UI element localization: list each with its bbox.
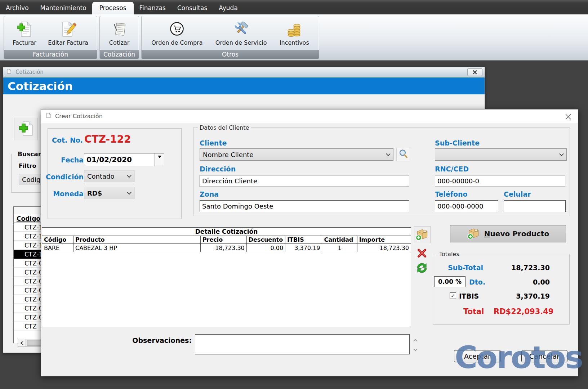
refresh-icon	[416, 262, 428, 275]
moneda-combobox[interactable]: RD$	[84, 187, 134, 199]
new-invoice-icon	[16, 21, 33, 39]
window-title: Cotización	[15, 69, 44, 75]
observaciones-textarea[interactable]	[195, 334, 410, 354]
chevron-down-icon	[559, 152, 564, 156]
dialog-close-button[interactable]	[564, 112, 573, 121]
incentivos-button[interactable]: Incentivos	[277, 20, 312, 47]
scroll-left-icon[interactable]	[18, 339, 26, 346]
menu-consultas[interactable]: Consultas	[172, 2, 213, 14]
zona-label: Zona	[200, 190, 219, 198]
table-row[interactable]: BARE CABEZAL 3 HP 18,723.30 0.00 3,370.1…	[42, 244, 411, 252]
dto-label: Dto.	[469, 278, 485, 286]
desktop: Archivo Mantenimiento Procesos Finanzas …	[0, 0, 588, 389]
col-header: Descuento	[247, 236, 285, 243]
new-quote-button[interactable]	[14, 118, 38, 140]
fecha-input[interactable]: 01/02/2020	[84, 153, 164, 166]
quote-pad-icon	[111, 21, 128, 39]
search-icon	[398, 149, 408, 160]
orden-de-servicio-button[interactable]: Orden de Servicio	[213, 20, 270, 47]
scroll-down-icon[interactable]	[413, 348, 418, 352]
col-header: Cantidad	[322, 236, 357, 243]
chevron-down-icon	[386, 152, 391, 156]
package-plus-icon	[415, 227, 429, 243]
cotizar-button[interactable]: Cotizar	[106, 20, 132, 47]
condicion-label: Condición	[45, 173, 84, 181]
orden-de-compra-button[interactable]: Orden de Compra	[148, 20, 205, 47]
cotizacion-window-titlebar[interactable]: Cotización	[3, 67, 485, 77]
dialog-titlebar[interactable]: Crear Cotización	[41, 109, 578, 123]
fecha-value: 01/02/2020	[86, 155, 132, 164]
moneda-value: RD$	[87, 189, 102, 197]
menu-archivo[interactable]: Archivo	[0, 2, 35, 14]
datos-cliente-label: Datos del Cliente	[198, 124, 251, 131]
menu-procesos[interactable]: Procesos	[92, 2, 134, 14]
detalle-table-header-row: Código Producto Precio Descuento ITBIS C…	[42, 236, 411, 244]
itbis-label: ITBIS	[459, 292, 479, 300]
itbis-checkbox[interactable]: ✓	[450, 292, 456, 299]
fecha-label: Fecha	[52, 156, 84, 164]
subtotal-value: 18,723.30	[506, 264, 550, 272]
rnc-label: RNC/CED	[435, 165, 469, 173]
window-close-button[interactable]	[467, 68, 482, 76]
caret-down-icon	[158, 156, 161, 160]
delete-row-button[interactable]	[416, 249, 428, 259]
delete-x-icon	[417, 249, 427, 259]
nuevo-producto-label: Nuevo Producto	[484, 229, 549, 238]
telefono-input[interactable]	[435, 200, 498, 212]
buscar-label: Buscar	[16, 151, 43, 158]
group-label-facturacion: Facturación	[4, 50, 97, 59]
cliente-combobox[interactable]: Nombre Cliente	[200, 148, 393, 161]
col-header: ITBIS	[285, 236, 322, 243]
detalle-cotizacion-table: Detalle Cotización Código Producto Preci…	[42, 227, 411, 327]
moneda-label: Moneda	[45, 190, 84, 198]
chevron-down-icon	[127, 190, 132, 195]
buscar-cliente-button[interactable]	[396, 148, 410, 161]
refresh-button[interactable]	[415, 262, 429, 275]
cell-importe: 18,723.30	[357, 244, 411, 252]
nuevo-producto-button[interactable]: Nuevo Producto	[450, 225, 566, 242]
window-icon	[6, 68, 12, 76]
dialog-title: Crear Cotización	[55, 113, 103, 120]
cot-no-label: Cot. No.	[52, 136, 83, 144]
editar-factura-button[interactable]: Editar Factura	[45, 20, 91, 47]
incentivos-label: Incentivos	[280, 39, 309, 46]
chevron-down-icon	[127, 173, 132, 178]
rnc-input[interactable]	[435, 175, 565, 187]
cliente-label: Cliente	[200, 139, 227, 147]
menu-finanzas[interactable]: Finanzas	[134, 2, 172, 14]
dialog-icon	[45, 112, 52, 120]
date-dropdown-button[interactable]	[155, 153, 164, 166]
condicion-value: Contado	[87, 173, 115, 180]
filtro-label: Filtro	[19, 162, 36, 169]
group-label-cotizacion: Cotización	[100, 50, 139, 59]
coins-icon	[286, 21, 303, 39]
cliente-value: Nombre Cliente	[203, 151, 253, 158]
cot-no-value: CTZ-122	[84, 133, 131, 145]
facturar-button[interactable]: Facturar	[10, 20, 39, 47]
direccion-input[interactable]	[200, 175, 409, 187]
ribbon: Facturar	[0, 14, 588, 61]
descuento-percent-input[interactable]	[434, 276, 466, 287]
menu-mantenimiento[interactable]: Mantenimiento	[35, 2, 92, 14]
detalle-table-title: Detalle Cotización	[42, 228, 411, 236]
sub-cliente-label: Sub-Cliente	[435, 139, 480, 147]
total-label: Total	[463, 307, 484, 316]
celular-input[interactable]	[504, 200, 566, 212]
page-title-banner: Cotización	[3, 77, 485, 94]
cell-cantidad: 1	[322, 244, 357, 252]
totales-label: Totales	[437, 251, 461, 258]
cell-itbis: 3,370.19	[285, 244, 322, 252]
cell-precio: 18,723.30	[201, 244, 247, 252]
add-product-button[interactable]	[414, 226, 431, 243]
orden-de-compra-label: Orden de Compra	[151, 39, 202, 46]
menu-ayuda[interactable]: Ayuda	[213, 2, 244, 14]
sub-cliente-combobox[interactable]	[435, 148, 567, 161]
zona-input[interactable]	[200, 200, 409, 212]
edit-invoice-icon	[60, 21, 76, 39]
condicion-combobox[interactable]: Contado	[84, 170, 134, 182]
ribbon-group-otros: Orden de Compra	[141, 16, 319, 59]
telefono-label: Teléfono	[435, 190, 468, 198]
scroll-up-icon[interactable]	[413, 338, 418, 342]
col-header: Código	[42, 236, 74, 243]
package-plus-icon	[467, 226, 481, 241]
